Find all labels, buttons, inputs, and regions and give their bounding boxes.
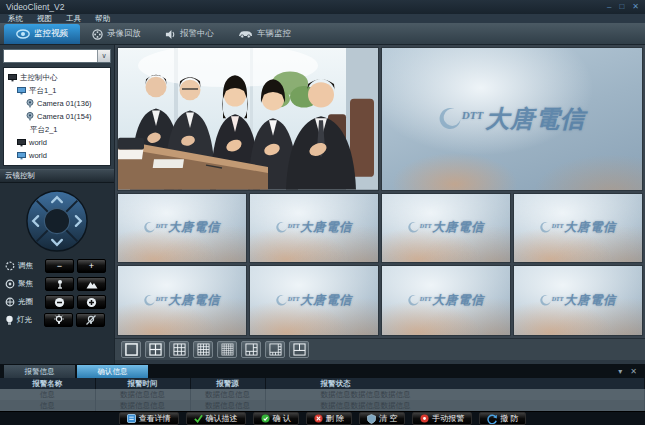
- iris-ring-icon: [5, 297, 15, 307]
- tree-item-platform1[interactable]: 平台1_1: [6, 84, 108, 97]
- confirm-description-button[interactable]: 确认描述: [186, 412, 246, 425]
- video-tile-4[interactable]: DTT大唐電信: [249, 193, 379, 264]
- close-button[interactable]: ✕: [632, 2, 639, 12]
- menu-tools[interactable]: 工具: [66, 14, 81, 24]
- alarm-row[interactable]: 信息 数据信息信息 数据信息信息 数据信息数据信息数据信息: [0, 400, 645, 411]
- tab-alarm-center[interactable]: 报警中心: [153, 24, 226, 44]
- eye-icon: [16, 29, 30, 39]
- alarm-table-header: 报警名称 报警时间 报警源 报警状态: [0, 378, 645, 389]
- dtt-logo: DTT 大唐電信: [439, 103, 585, 135]
- manual-alarm-button[interactable]: 手动报警: [412, 412, 472, 425]
- title-bar: VideoClient_V2 – □ ✕: [0, 0, 645, 14]
- crescent-icon: [408, 222, 419, 233]
- layout-1-icon: [125, 343, 138, 356]
- layout-25-button[interactable]: [217, 341, 237, 358]
- tree-item-platform2[interactable]: 平台2_1: [6, 123, 108, 136]
- video-tile-5[interactable]: DTT大唐電信: [381, 193, 511, 264]
- layout-4-button[interactable]: [145, 341, 165, 358]
- undo-icon: [487, 414, 497, 424]
- menu-bar: 系统 视图 工具 帮助: [0, 14, 645, 23]
- focus-far-icon: [86, 280, 98, 289]
- shield-icon: [367, 414, 376, 424]
- menu-system[interactable]: 系统: [8, 14, 23, 24]
- layout-8-button[interactable]: [265, 341, 285, 358]
- tree-item-camera-154[interactable]: Camera 01(154): [6, 110, 108, 123]
- layout-1-button[interactable]: [121, 341, 141, 358]
- confirm-button[interactable]: 确 认: [253, 412, 299, 425]
- monitor-blue-icon: [17, 152, 26, 160]
- layout-bar: [115, 338, 645, 360]
- tab-monitor-video[interactable]: 监控视频: [4, 24, 80, 44]
- video-tile-9[interactable]: DTT大唐電信: [381, 265, 511, 336]
- layout-16-button[interactable]: [193, 341, 213, 358]
- minimize-button[interactable]: –: [607, 2, 611, 12]
- video-tile-live[interactable]: [117, 47, 379, 191]
- alarm-row[interactable]: 信息 数据信息信息 数据信息信息 数据信息数据信息数据信息: [0, 389, 645, 400]
- zoom-in-button[interactable]: +: [77, 259, 106, 273]
- chevron-down-icon[interactable]: ∨: [97, 50, 110, 62]
- bulb-small-icon: [5, 315, 14, 326]
- tab-vehicle-monitor[interactable]: 车辆监控: [226, 24, 303, 44]
- disarm-button[interactable]: 撤 防: [479, 412, 526, 425]
- device-panel: ∨ 主控制中心 平台1_1 Camera 01(136) Camera 01(: [0, 45, 115, 364]
- col-alarm-status[interactable]: 报警状态: [265, 378, 645, 389]
- monitor-dark-icon: [17, 139, 26, 147]
- iris-open-button[interactable]: [77, 295, 106, 309]
- menu-help[interactable]: 帮助: [95, 14, 110, 24]
- device-filter-value: [4, 50, 97, 62]
- conference-video-frame: [118, 48, 378, 190]
- tree-item-world-2[interactable]: world: [6, 149, 108, 162]
- tab-alarm-info[interactable]: 报警信息: [4, 365, 75, 378]
- crescent-icon: [540, 222, 551, 233]
- check-icon: [194, 414, 203, 423]
- layout-9-button[interactable]: [169, 341, 189, 358]
- col-alarm-source[interactable]: 报警源: [190, 378, 265, 389]
- manual-alarm-icon: [420, 414, 429, 423]
- crescent-icon: [144, 222, 155, 233]
- focus-ring-icon: [5, 279, 15, 289]
- layout-mixed-icon: [293, 343, 306, 356]
- ptz-dpad[interactable]: [0, 183, 114, 257]
- menu-view[interactable]: 视图: [37, 14, 52, 24]
- camera-icon: [26, 112, 34, 121]
- delete-button[interactable]: 删 除: [306, 412, 352, 425]
- focus-near-button[interactable]: [45, 277, 74, 291]
- video-tile-6[interactable]: DTT大唐電信: [513, 193, 643, 264]
- video-tile-8[interactable]: DTT大唐電信: [249, 265, 379, 336]
- col-alarm-time[interactable]: 报警时间: [95, 378, 190, 389]
- view-details-button[interactable]: 查看详情: [119, 412, 179, 425]
- iris-close-button[interactable]: [45, 295, 74, 309]
- layout-6-icon: [245, 343, 258, 356]
- layout-mixed-button[interactable]: [289, 341, 309, 358]
- col-alarm-name[interactable]: 报警名称: [0, 378, 95, 389]
- crescent-icon: [439, 108, 461, 130]
- video-tile-2[interactable]: DTT 大唐電信: [381, 47, 643, 191]
- alarm-panel-tabs: 报警信息 确认信息 ▾ ✕: [0, 364, 645, 378]
- tree-item-world-1[interactable]: world: [6, 136, 108, 149]
- speaker-icon: [165, 29, 176, 40]
- tab-playback[interactable]: 录像回放: [80, 24, 153, 44]
- app-window: VideoClient_V2 – □ ✕ 系统 视图 工具 帮助 监控视频: [0, 0, 645, 425]
- tab-confirm-info[interactable]: 确认信息: [77, 365, 148, 378]
- device-filter-select[interactable]: ∨: [3, 49, 111, 63]
- tree-item-control-center[interactable]: 主控制中心: [6, 71, 108, 84]
- light-on-button[interactable]: [44, 313, 73, 327]
- reel-icon: [92, 29, 103, 40]
- maximize-button[interactable]: □: [619, 2, 624, 12]
- clear-button[interactable]: 清 空: [359, 412, 405, 425]
- light-off-button[interactable]: [76, 313, 105, 327]
- alarm-collapse-button[interactable]: ▾: [618, 366, 622, 378]
- focus-far-button[interactable]: [77, 277, 106, 291]
- alarm-panel-close-button[interactable]: ✕: [630, 366, 637, 378]
- confirm-icon: [261, 414, 270, 423]
- video-tile-7[interactable]: DTT大唐電信: [117, 265, 247, 336]
- alarm-table: 报警名称 报警时间 报警源 报警状态 信息 数据信息信息 数据信息信息 数据信息…: [0, 378, 645, 411]
- ptz-panel: 云镜控制: [0, 169, 114, 364]
- layout-8-icon: [269, 343, 282, 356]
- video-tile-3[interactable]: DTT大唐電信: [117, 193, 247, 264]
- layout-16-icon: [197, 343, 210, 356]
- layout-6-button[interactable]: [241, 341, 261, 358]
- video-tile-10[interactable]: DTT大唐電信: [513, 265, 643, 336]
- zoom-out-button[interactable]: −: [45, 259, 74, 273]
- tree-item-camera-136[interactable]: Camera 01(136): [6, 97, 108, 110]
